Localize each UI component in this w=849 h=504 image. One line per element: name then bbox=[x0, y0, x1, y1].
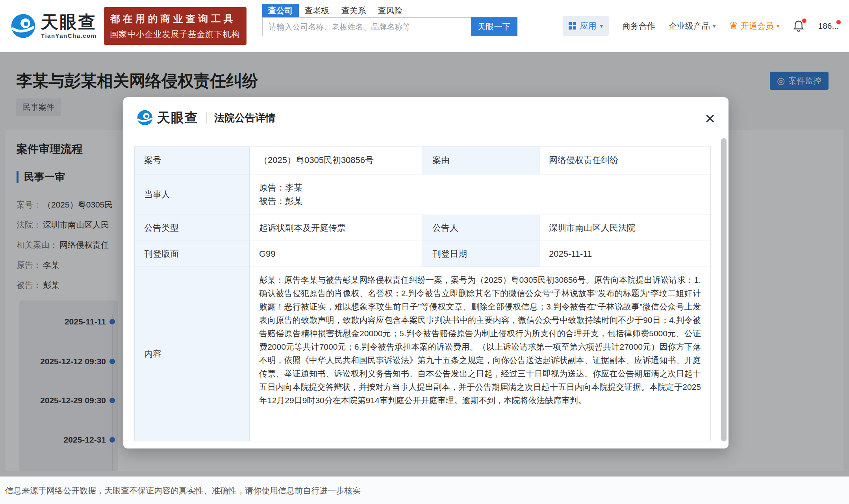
publish-date-label: 刊登日期 bbox=[423, 241, 539, 267]
chevron-down-icon: ▾ bbox=[777, 22, 780, 30]
phone-label: 186... bbox=[818, 21, 839, 30]
apps-grid-icon bbox=[569, 22, 576, 30]
close-icon[interactable]: × bbox=[705, 110, 715, 127]
party-label: 当事人 bbox=[135, 174, 250, 215]
tab-search-relation[interactable]: 查关系 bbox=[336, 4, 372, 17]
apps-menu[interactable]: 应用 ▾ bbox=[563, 16, 609, 36]
modal-brand: 天眼查 bbox=[157, 109, 198, 127]
top-nav: 应用 ▾ 商务合作 企业级产品 ▾ ♛ 开通会员 ▾ 186... bbox=[563, 16, 839, 36]
badge-line2: 国家中小企业发展子基金旗下机构 bbox=[110, 29, 240, 40]
publish-date-value: 2025-11-11 bbox=[539, 241, 711, 267]
modal-title: 法院公告详情 bbox=[214, 111, 276, 125]
phone-notification-dot bbox=[836, 20, 841, 24]
notification-dot bbox=[802, 19, 806, 23]
open-vip-label: 开通会员 bbox=[741, 20, 774, 32]
badge-line1: 都在用的商业查询工具 bbox=[110, 12, 240, 25]
cause-value: 网络侵权责任纠纷 bbox=[539, 146, 711, 174]
chevron-down-icon: ▾ bbox=[713, 22, 716, 30]
logo-domain: TianYanCha.com bbox=[41, 33, 97, 39]
cause-label: 案由 bbox=[423, 146, 539, 174]
page-label: 刊登版面 bbox=[135, 241, 250, 267]
notification-bell-icon[interactable] bbox=[793, 20, 805, 32]
nav-open-vip[interactable]: ♛ 开通会员 ▾ bbox=[729, 20, 780, 32]
modal-scrollbar[interactable] bbox=[721, 138, 727, 441]
logo-name: 天眼查 bbox=[41, 13, 97, 31]
divider bbox=[206, 112, 207, 124]
tianyancha-logo-icon bbox=[10, 13, 36, 39]
table-row: 当事人 原告：李某 被告：彭某 bbox=[135, 174, 711, 215]
top-header: 天眼查 TianYanCha.com 都在用的商业查询工具 国家中小企业发展子基… bbox=[0, 0, 849, 52]
business-cooperation-label: 商务合作 bbox=[622, 20, 655, 32]
case-no-value: （2025）粤0305民初30856号 bbox=[250, 146, 423, 174]
page-value: G99 bbox=[250, 241, 423, 267]
notice-type-value: 起诉状副本及开庭传票 bbox=[250, 215, 423, 241]
table-row: 案号 （2025）粤0305民初30856号 案由 网络侵权责任纠纷 bbox=[135, 146, 711, 174]
search-button[interactable]: 天眼一下 bbox=[471, 17, 517, 36]
tab-search-company[interactable]: 查公司 bbox=[262, 4, 299, 17]
modal-logo-icon bbox=[137, 109, 153, 126]
case-no-label: 案号 bbox=[135, 146, 250, 174]
announcer-label: 公告人 bbox=[423, 215, 539, 241]
tianyancha-logo[interactable]: 天眼查 TianYanCha.com bbox=[10, 13, 97, 39]
table-row: 公告类型 起诉状副本及开庭传票 公告人 深圳市南山区人民法院 bbox=[135, 215, 711, 241]
search-tabs: 查公司 查老板 查关系 查风险 bbox=[262, 4, 517, 17]
party-value: 原告：李某 被告：彭某 bbox=[250, 174, 711, 215]
court-announcement-modal: 天眼查 法院公告详情 × 案号 （2025）粤0305民初30856号 案由 网… bbox=[123, 97, 729, 448]
table-row: 内容 彭某：原告李某与被告彭某网络侵权责任纠纷一案，案号为（2025）粤0305… bbox=[135, 267, 711, 441]
crown-icon: ♛ bbox=[729, 21, 738, 31]
table-row: 刊登版面 G99 刊登日期 2025-11-11 bbox=[135, 241, 711, 267]
chevron-down-icon: ▾ bbox=[600, 22, 603, 30]
enterprise-products-label: 企业级产品 bbox=[669, 20, 710, 32]
brand-slogan-badge: 都在用的商业查询工具 国家中小企业发展子基金旗下机构 bbox=[104, 7, 247, 45]
nav-enterprise-products[interactable]: 企业级产品 ▾ bbox=[669, 20, 716, 32]
search-area: 查公司 查老板 查关系 查风险 天眼一下 bbox=[262, 4, 517, 36]
tab-search-boss[interactable]: 查老板 bbox=[299, 4, 336, 17]
announcement-detail-table: 案号 （2025）粤0305民初30856号 案由 网络侵权责任纠纷 当事人 原… bbox=[134, 146, 711, 441]
apps-label: 应用 bbox=[580, 20, 596, 32]
announcer-value: 深圳市南山区人民法院 bbox=[539, 215, 711, 241]
content-label: 内容 bbox=[135, 267, 250, 441]
disclaimer-text: 信息来源于网络公开数据，天眼查不保证内容的真实性、准确性，请你使用信息前自行进一… bbox=[5, 485, 361, 496]
modal-header: 天眼查 法院公告详情 × bbox=[123, 97, 729, 138]
notice-type-label: 公告类型 bbox=[135, 215, 250, 241]
search-input[interactable] bbox=[262, 17, 471, 36]
tab-search-risk[interactable]: 查风险 bbox=[372, 4, 409, 17]
user-phone[interactable]: 186... bbox=[818, 21, 839, 31]
nav-business-cooperation[interactable]: 商务合作 bbox=[622, 20, 655, 32]
content-value: 彭某：原告李某与被告彭某网络侵权责任纠纷一案，案号为（2025）粤0305民初3… bbox=[250, 267, 711, 441]
page-footer: 信息来源于网络公开数据，天眼查不保证内容的真实性、准确性，请你使用信息前自行进一… bbox=[0, 476, 849, 504]
